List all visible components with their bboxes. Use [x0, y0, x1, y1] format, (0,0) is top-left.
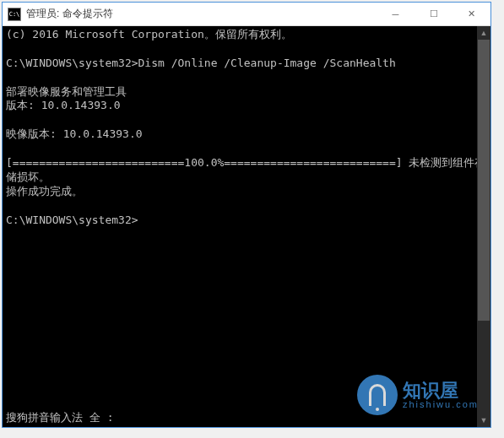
ime-status: 搜狗拼音输入法 全 :	[6, 410, 113, 425]
maximize-button[interactable]: ☐	[415, 3, 453, 25]
window-controls: ─ ☐ ✕	[377, 3, 490, 25]
maximize-icon: ☐	[430, 8, 438, 19]
scroll-down-icon[interactable]: ▼	[477, 414, 490, 427]
terminal-output[interactable]: (c) 2016 Microsoft Corporation。保留所有权利。 C…	[3, 26, 490, 427]
app-icon: C:\	[8, 8, 21, 21]
window-title: 管理员: 命令提示符	[26, 7, 377, 21]
minimize-button[interactable]: ─	[377, 3, 415, 25]
command-prompt-window: C:\ 管理员: 命令提示符 ─ ☐ ✕ (c) 2016 Microsoft …	[2, 2, 491, 428]
scrollbar[interactable]: ▲ ▼	[477, 26, 490, 427]
scroll-up-icon[interactable]: ▲	[477, 26, 490, 40]
close-icon: ✕	[468, 8, 475, 19]
scroll-thumb[interactable]	[478, 40, 490, 321]
minimize-icon: ─	[393, 9, 399, 19]
close-button[interactable]: ✕	[453, 3, 490, 25]
titlebar[interactable]: C:\ 管理员: 命令提示符 ─ ☐ ✕	[3, 3, 490, 26]
